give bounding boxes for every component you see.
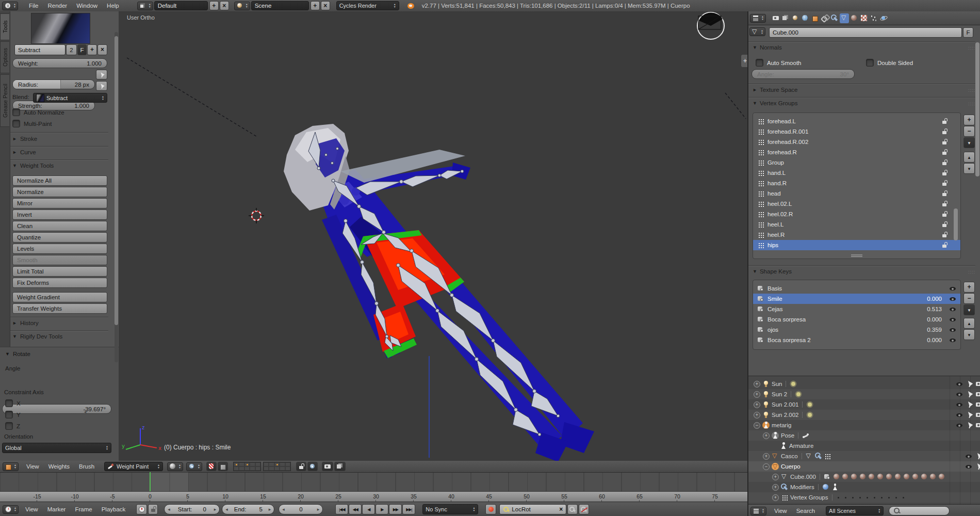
vertex-groups-list[interactable]: forehead.Lforehead.R.001forehead.R.002fo… (753, 112, 961, 259)
next-keyframe-button[interactable]: ▶▶ (389, 504, 402, 514)
lock-icon[interactable] (941, 138, 948, 146)
jump-to-start-button[interactable]: |◀◀ (335, 504, 348, 514)
shape-key-value[interactable]: 0.359 (927, 327, 942, 333)
cursor-icon[interactable] (966, 422, 973, 429)
layer-cell[interactable] (255, 462, 260, 466)
outliner-menu-search[interactable]: Search (792, 508, 820, 514)
axis-z-checkbox[interactable] (5, 422, 13, 430)
properties-tab-object-data[interactable] (840, 13, 849, 23)
shape-key-row[interactable]: Boca sorpresa0.000 (753, 314, 960, 325)
shape-key-value[interactable]: 0.000 (927, 337, 942, 343)
add-layout-button[interactable] (209, 1, 219, 10)
eye-icon[interactable] (956, 411, 963, 418)
constraint-axis-y[interactable]: Y (5, 411, 21, 418)
orientation-select[interactable]: Global (2, 443, 111, 453)
expand-plus-icon[interactable]: + (763, 432, 770, 439)
expand-plus-icon[interactable]: + (772, 494, 779, 501)
outliner-item-sun-2-001[interactable]: +Sun 2.001 (748, 399, 980, 410)
vertex-group-specials-button[interactable] (963, 137, 975, 148)
keying-set-field[interactable]: LocRot (499, 504, 566, 514)
layer-cell[interactable] (274, 466, 280, 471)
shape-key-value[interactable]: 0.000 (927, 296, 942, 302)
datablock-name-field[interactable]: Cube.000 (769, 27, 962, 38)
tab-tools[interactable]: Tools (0, 13, 9, 40)
cam-icon[interactable] (975, 391, 980, 398)
render-opengl-anim-button[interactable] (334, 462, 346, 471)
tool-button-normalize[interactable]: Normalize (12, 187, 107, 197)
tab-options[interactable]: Options (0, 41, 9, 73)
layer-cell[interactable] (239, 462, 244, 466)
auto-normalize-checkbox[interactable] (12, 108, 20, 116)
timeline-menu-playback[interactable]: Playback (97, 506, 130, 512)
outliner-item-sun-2-002[interactable]: +Sun 2.002 (748, 410, 980, 420)
panel-shape-keys[interactable]: ▼Shape Keys (753, 268, 792, 275)
scrollbar-thumb[interactable] (115, 36, 118, 325)
delete-layout-button[interactable] (220, 1, 229, 10)
cursor-icon[interactable] (966, 391, 973, 398)
outliner-search-input[interactable] (889, 506, 950, 515)
section-curve[interactable]: ►Curve (12, 149, 36, 155)
layer-cell[interactable] (280, 462, 285, 466)
outliner-item-casco[interactable]: +Casco (748, 451, 980, 461)
tool-button-fix-deforms[interactable]: Fix Deforms (12, 278, 107, 288)
vertex-group-row[interactable]: hand.R (753, 178, 960, 188)
section-rigify-dev-tools[interactable]: ▼Rigify Dev Tools (12, 333, 62, 340)
section-stroke[interactable]: ►Stroke (12, 136, 37, 142)
expand-plus-icon[interactable]: + (763, 453, 770, 460)
vertex-group-row[interactable]: heel.02.L (753, 199, 960, 209)
screen-layout-browse-button[interactable] (137, 2, 153, 10)
layer-cell[interactable] (269, 466, 274, 471)
render-engine-select[interactable]: Cycles Render (336, 1, 399, 10)
properties-tab-modifiers[interactable] (830, 13, 839, 23)
properties-tab-scene[interactable] (791, 13, 800, 23)
layers-block-1[interactable] (233, 462, 261, 471)
tool-button-transfer-weights[interactable]: Transfer Weights (12, 303, 107, 314)
viewport-menu-weights[interactable]: Weights (44, 463, 74, 470)
weight-slider[interactable]: Weight:1.000 (12, 58, 107, 68)
screen-layout-name-field[interactable]: Default (154, 1, 208, 10)
brush-add-button[interactable] (87, 44, 97, 55)
eye-icon[interactable] (949, 295, 956, 302)
brush-fake-user-button[interactable]: F (77, 44, 87, 55)
eye-icon[interactable] (956, 391, 963, 398)
eye-icon[interactable] (965, 453, 972, 460)
topbar-menu-file[interactable]: File (24, 3, 43, 9)
outliner-item-modifiers[interactable]: +Modifiers (748, 482, 980, 492)
vertex-group-move-up-button[interactable] (963, 152, 975, 163)
vertex-group-move-down-button[interactable] (963, 163, 975, 174)
editor-type-properties-button[interactable] (750, 14, 766, 23)
layer-cell[interactable] (274, 462, 280, 466)
axis-x-checkbox[interactable] (5, 399, 13, 407)
scene-name-field[interactable]: Scene (251, 1, 309, 10)
panel-normals[interactable]: ▼Normals (753, 44, 782, 51)
radius-slider[interactable]: Radius:28 px (12, 79, 95, 89)
delete-scene-button[interactable] (321, 1, 330, 10)
eye-icon[interactable] (949, 285, 956, 292)
proportional-edit-toggle[interactable] (307, 462, 318, 471)
panel-vertex-groups[interactable]: ▼Vertex Groups (753, 100, 797, 106)
vertex-group-row[interactable]: heel.R (753, 230, 960, 240)
cam-icon[interactable] (975, 411, 980, 418)
properties-tab-world[interactable] (801, 13, 810, 23)
timeline-menu-view[interactable]: View (21, 506, 43, 512)
properties-scrollbar-thumb[interactable] (975, 42, 979, 176)
shape-key-row[interactable]: Smile0.000 (753, 294, 960, 304)
eye-icon[interactable] (949, 305, 956, 313)
outliner-item-cube-000[interactable]: +Cube.000 (748, 472, 980, 482)
layer-cell[interactable] (280, 466, 285, 471)
vertex-group-row[interactable]: heel.L (753, 219, 960, 230)
brush-name-field[interactable]: Subtract (14, 44, 66, 55)
increment-icon[interactable] (317, 506, 320, 512)
constraint-axis-x[interactable]: X (5, 399, 21, 407)
playback-range-button[interactable] (136, 504, 147, 514)
layer-cell[interactable] (250, 466, 255, 471)
tool-button-levels[interactable]: Levels (12, 244, 107, 254)
cursor-icon[interactable] (966, 380, 973, 388)
eye-icon[interactable] (949, 316, 956, 323)
decrement-icon[interactable] (225, 506, 228, 512)
layer-cell[interactable] (264, 462, 269, 466)
section-weight-tools[interactable]: ▼Weight Tools (12, 163, 54, 169)
viewport-canvas[interactable]: z y x (119, 11, 748, 461)
cam-icon[interactable] (975, 422, 980, 429)
lock-icon[interactable] (941, 200, 948, 207)
